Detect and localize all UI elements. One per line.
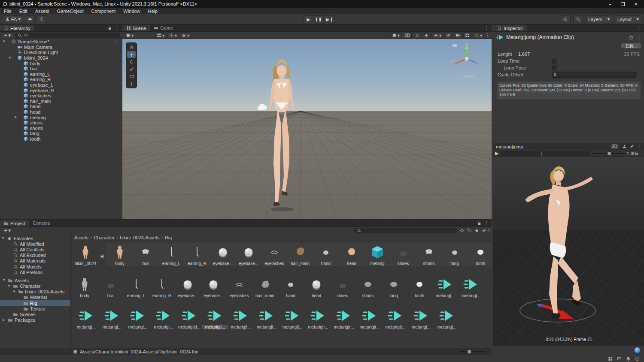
folder-item-texture[interactable]: Texture xyxy=(0,306,70,311)
expand-arrow[interactable]: ▼ xyxy=(8,56,12,60)
hierarchy-item-head[interactable]: head xyxy=(0,109,122,115)
favorite-item-all-models[interactable]: All Models xyxy=(0,264,70,269)
cloud-services-button[interactable] xyxy=(25,15,35,23)
asset-metarig[interactable]: metarig|... xyxy=(408,306,434,329)
asset-shoes[interactable]: shoes xyxy=(329,275,355,298)
maximize-button[interactable] xyxy=(621,2,625,6)
tab-project[interactable]: Project xyxy=(0,220,29,226)
hierarchy-search[interactable] xyxy=(15,33,120,38)
shaded-mode-dropdown[interactable]: ▾ xyxy=(390,32,401,38)
menu-window[interactable]: Window xyxy=(119,9,144,14)
hierarchy-item-hand[interactable]: hand xyxy=(0,104,122,109)
play-button[interactable]: ▶ xyxy=(304,15,313,23)
grid-visibility-dropdown[interactable]: ▾ xyxy=(155,32,166,38)
asset-metarig-r[interactable]: metarig|r... xyxy=(357,306,383,329)
hierarchy-item-earring-r[interactable]: earring_R xyxy=(0,77,122,82)
asset-metarig-id[interactable]: metarig|id... xyxy=(176,306,202,329)
transform-tool-button[interactable] xyxy=(127,80,136,87)
asset-metarig-j[interactable]: metarig|j... xyxy=(202,306,228,329)
menu-assets[interactable]: Assets xyxy=(31,9,53,14)
avatar-icon[interactable] xyxy=(622,144,627,149)
layout-dropdown[interactable]: Layout ▾ xyxy=(615,15,641,23)
asset-bikini-0024[interactable]: bikini_0024 xyxy=(73,243,98,266)
expand-arrow[interactable]: ▶ xyxy=(14,115,18,119)
asset-eyebase[interactable]: eyebase... xyxy=(200,275,226,298)
step-button[interactable]: ▶ xyxy=(323,15,334,23)
tab-console[interactable]: Console xyxy=(29,220,54,226)
favorite-item-all-prefabs[interactable]: All Prefabs xyxy=(0,269,70,275)
view-tool-button[interactable] xyxy=(127,44,136,51)
kebab-menu[interactable]: ⋮ xyxy=(115,25,119,31)
hierarchy-item-bikini-0024[interactable]: ▼bikini_0024 xyxy=(0,55,122,61)
asset-bra[interactable]: bra xyxy=(97,275,123,298)
hierarchy-item-body[interactable]: body xyxy=(0,60,122,66)
timeline-cursor[interactable] xyxy=(541,151,541,156)
breadcrumb-rig[interactable]: Rig xyxy=(165,235,172,240)
asset-earring-l[interactable]: earring_L xyxy=(158,243,184,266)
hierarchy-item-eyebase-l[interactable]: eyebase_L xyxy=(0,82,122,88)
asset-earring-r[interactable]: earring_R xyxy=(149,275,175,298)
menu-gameobject[interactable]: GameObject xyxy=(53,9,88,14)
asset-hair-main[interactable]: hair_main xyxy=(287,243,313,266)
asset-head[interactable]: head xyxy=(304,275,329,298)
asset-bra[interactable]: bra xyxy=(133,243,158,266)
slider-thumb[interactable] xyxy=(468,350,471,353)
favorite-item-all-excluded[interactable]: All Excluded xyxy=(0,253,70,258)
draw-mode-dropdown[interactable]: ▾ xyxy=(124,32,135,38)
asset-metarig-l[interactable]: metarig|l... xyxy=(228,306,254,329)
help-icon[interactable] xyxy=(629,35,633,40)
loop-time-checkbox[interactable] xyxy=(552,59,556,63)
kebab-menu[interactable]: ⋮ xyxy=(637,25,641,31)
asset-metarig-r[interactable]: metarig|r... xyxy=(383,306,408,329)
menu-file[interactable]: File xyxy=(0,9,15,14)
asset-eyebase[interactable]: eyebase... xyxy=(175,275,200,298)
hidden-packages-counter[interactable]: 4 xyxy=(482,228,490,233)
breadcrumb-character[interactable]: Character xyxy=(94,235,114,240)
asset-tooth[interactable]: tooth xyxy=(407,275,432,298)
asset-shorts[interactable]: shorts xyxy=(355,275,381,298)
hierarchy-item-main-camera[interactable]: Main Camera xyxy=(0,45,122,50)
favorite-item-all-modified[interactable]: All Modified xyxy=(0,241,70,247)
edit-clip-button[interactable]: Edit... xyxy=(621,43,641,49)
kebab-menu[interactable]: ⋮ xyxy=(114,39,122,45)
settings-button[interactable] xyxy=(36,15,46,23)
asset-earring-r[interactable]: earring_R xyxy=(184,243,210,266)
hierarchy-item-metarig[interactable]: ▶metarig xyxy=(0,115,122,120)
asset-eyebase[interactable]: eyebase... xyxy=(236,243,261,266)
scene-viewport[interactable]: y x ◅ Persp xyxy=(122,39,492,219)
asset-metarig[interactable]: metarig|... xyxy=(99,306,125,329)
asset-eyebase[interactable]: eyebase... xyxy=(210,243,236,266)
asset-metarig[interactable]: metarig|... xyxy=(458,275,484,298)
hierarchy-item-eyelashes[interactable]: eyelashes xyxy=(0,93,122,99)
gizmos-dropdown[interactable]: ▾ xyxy=(473,32,484,38)
hierarchy-item-tang[interactable]: tang xyxy=(0,131,122,136)
rect-tool-button[interactable] xyxy=(127,73,136,80)
hierarchy-item-eyebase-r[interactable]: eyebase_R xyxy=(0,87,122,93)
loop-pose-checkbox[interactable] xyxy=(552,66,556,70)
kebab-menu[interactable]: ⋮ xyxy=(637,144,641,149)
preview-2d-toggle[interactable]: 2D xyxy=(610,144,620,149)
hierarchy-item-directional-light[interactable]: Directional Light xyxy=(0,50,122,55)
create-asset-button[interactable]: +▾ xyxy=(2,227,13,233)
preview-play-button[interactable]: ▶ xyxy=(495,151,498,156)
menu-edit[interactable]: Edit xyxy=(15,9,31,14)
asset-tooth[interactable]: tooth xyxy=(468,243,492,266)
asset-metarig[interactable]: metarig|... xyxy=(73,306,99,329)
asset-body[interactable]: body xyxy=(72,275,97,298)
tab-hierarchy[interactable]: Hierarchy xyxy=(0,25,34,31)
asset-metarig-r[interactable]: metarig|r... xyxy=(305,306,331,329)
collapse-subassets-button[interactable]: ◀ xyxy=(99,253,105,259)
asset-metarig-l[interactable]: metarig|l... xyxy=(254,306,279,329)
thumbnail-zoom-slider[interactable] xyxy=(460,349,486,354)
expand-arrow[interactable]: ▼ xyxy=(2,278,6,282)
asset-earring-l[interactable]: earring_L xyxy=(123,275,149,298)
effects-dropdown[interactable]: ▾ xyxy=(432,32,443,38)
save-search-icon[interactable] xyxy=(474,228,479,233)
grid-toggle[interactable] xyxy=(463,32,471,38)
hierarchy-item-tooth[interactable]: tooth xyxy=(0,136,122,142)
asset-metarig[interactable]: metarig|... xyxy=(434,306,460,329)
move-tool-button[interactable] xyxy=(127,51,136,58)
expand-arrow[interactable]: ▼ xyxy=(1,236,5,240)
project-search-input[interactable] xyxy=(363,228,455,233)
layers-dropdown[interactable]: Layers ▾ xyxy=(586,15,612,23)
